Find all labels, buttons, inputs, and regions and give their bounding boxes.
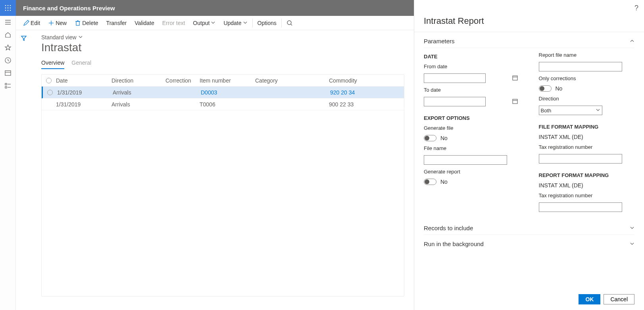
edit-button[interactable]: Edit (19, 16, 44, 30)
cell-direction: Arrivals (111, 101, 165, 108)
to-date-input[interactable] (424, 97, 486, 106)
dialog-panel: ? Intrastat Report Parameters DATE From … (414, 0, 644, 310)
error-text-button[interactable]: Error text (158, 16, 189, 30)
chevron-down-icon (596, 108, 600, 114)
update-label: Update (223, 20, 241, 26)
from-date-input[interactable] (424, 73, 486, 83)
grid-row[interactable]: 1/31/2019 Arrivals T0006 900 22 33 (42, 98, 404, 110)
cell-item-number[interactable]: D0003 (201, 89, 256, 96)
cell-commodity[interactable]: 920 20 34 (330, 89, 394, 96)
col-header-item-number[interactable]: Item number (200, 77, 255, 84)
transfer-label: Transfer (106, 20, 127, 26)
file-format-value: INSTAT XML (DE) (539, 134, 635, 140)
file-format-mapping-label: FILE FORMAT MAPPING (539, 124, 635, 130)
update-button[interactable]: Update (219, 16, 251, 30)
app-launcher-button[interactable] (0, 0, 16, 16)
tab-overview[interactable]: Overview (41, 60, 64, 69)
col-header-correction[interactable]: Correction (165, 77, 200, 84)
help-icon[interactable]: ? (634, 4, 638, 12)
section-label: Run in the background (424, 241, 484, 247)
tax-reg-input-2[interactable] (539, 202, 622, 212)
chevron-up-icon (630, 38, 634, 44)
delete-label: Delete (82, 20, 98, 26)
from-date-label: From date (424, 64, 520, 69)
row-radio[interactable] (47, 90, 53, 95)
filter-icon[interactable] (21, 36, 27, 42)
calendar-icon[interactable] (512, 98, 518, 106)
to-date-label: To date (424, 87, 520, 93)
toolbar-separator (252, 19, 253, 27)
file-name-label: File name (424, 145, 520, 151)
star-icon[interactable] (4, 44, 12, 52)
new-button[interactable]: New (44, 16, 71, 30)
cancel-button[interactable]: Cancel (604, 294, 634, 304)
tab-general[interactable]: General (71, 60, 91, 69)
col-header-commodity[interactable]: Commodity (329, 77, 392, 84)
tax-reg-input-1[interactable] (539, 154, 622, 164)
cell-date: 1/31/2019 (56, 101, 111, 108)
only-corrections-toggle[interactable] (539, 85, 552, 92)
workspace-icon[interactable] (4, 69, 12, 77)
section-records-to-include[interactable]: Records to include (424, 219, 634, 235)
page-title: Intrastat (41, 41, 404, 54)
svg-rect-26 (513, 76, 517, 80)
chevron-down-icon (243, 20, 248, 26)
chevron-down-icon (211, 20, 215, 26)
new-label: New (56, 20, 67, 26)
col-header-date[interactable]: Date (56, 77, 111, 84)
section-run-in-background[interactable]: Run in the background (424, 235, 634, 250)
left-rail (0, 16, 16, 310)
report-format-value: INSTAT XML (DE) (539, 182, 635, 189)
parameters-content: DATE From date To date EXPORT OPTIONS Ge… (424, 48, 634, 219)
generate-file-toggle[interactable] (424, 135, 436, 141)
generate-report-toggle[interactable] (424, 179, 436, 185)
modules-icon[interactable] (4, 82, 12, 90)
select-all-radio[interactable] (46, 78, 52, 83)
direction-value: Both (541, 108, 552, 114)
svg-rect-21 (76, 21, 79, 25)
data-grid: Date Direction Correction Item number Ca… (41, 74, 404, 297)
svg-point-5 (10, 8, 11, 9)
search-button[interactable] (283, 16, 297, 30)
only-corrections-label: Only corrections (539, 75, 635, 81)
panel-body: Parameters DATE From date To date EXPORT… (414, 32, 644, 290)
cell-date: 1/31/2019 (57, 89, 113, 96)
output-button[interactable]: Output (189, 16, 219, 30)
svg-rect-17 (5, 87, 7, 88)
content: Standard view Intrastat Overview General… (32, 30, 414, 310)
recent-icon[interactable] (4, 56, 12, 64)
validate-button[interactable]: Validate (131, 16, 158, 30)
view-picker[interactable]: Standard view (41, 34, 404, 40)
col-header-direction[interactable]: Direction (111, 77, 165, 84)
export-options-label: EXPORT OPTIONS (424, 115, 520, 121)
grid-row[interactable]: 1/31/2019 Arrivals D0003 920 20 34 (42, 87, 404, 98)
home-icon[interactable] (4, 31, 12, 39)
options-button[interactable]: Options (254, 16, 281, 30)
direction-select[interactable]: Both (539, 106, 602, 115)
hamburger-icon[interactable] (4, 18, 12, 26)
date-group-label: DATE (424, 54, 520, 60)
svg-point-7 (8, 10, 9, 11)
main-area: Standard view Intrastat Overview General… (16, 30, 414, 310)
svg-point-24 (287, 21, 291, 25)
svg-line-25 (291, 24, 292, 25)
ok-button[interactable]: OK (579, 294, 600, 304)
svg-rect-15 (5, 83, 7, 85)
report-file-name-input[interactable] (539, 62, 622, 71)
svg-rect-13 (5, 71, 11, 75)
transfer-button[interactable]: Transfer (102, 16, 131, 30)
svg-point-8 (10, 10, 11, 11)
cell-direction: Arrivals (113, 89, 167, 96)
section-label: Parameters (424, 38, 455, 44)
tax-reg-label-1: Tax registration number (539, 144, 635, 150)
calendar-icon[interactable] (512, 75, 518, 82)
cell-item-number[interactable]: T0006 (200, 101, 255, 108)
cell-commodity[interactable]: 900 22 33 (329, 101, 392, 108)
file-name-input[interactable] (424, 155, 507, 165)
svg-point-4 (8, 8, 9, 9)
delete-button[interactable]: Delete (71, 16, 102, 30)
svg-point-2 (10, 5, 11, 6)
col-header-category[interactable]: Category (255, 77, 329, 84)
error-text-label: Error text (162, 20, 185, 26)
section-parameters[interactable]: Parameters (424, 32, 634, 48)
